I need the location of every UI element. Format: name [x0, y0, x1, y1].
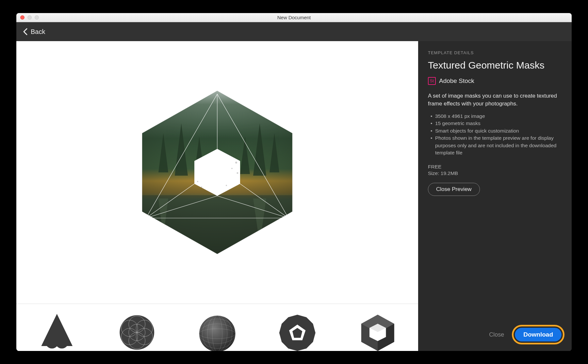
preview-pane [16, 41, 418, 351]
window-controls [16, 15, 39, 20]
close-preview-label: Close Preview [436, 186, 472, 193]
close-preview-button[interactable]: Close Preview [428, 183, 480, 196]
close-button[interactable]: Close [485, 329, 508, 341]
bullet-item: 3508 x 4961 px image [429, 113, 562, 120]
window-minimize-button[interactable] [27, 15, 32, 20]
template-description: A set of image masks you can use to crea… [428, 92, 562, 108]
bullet-item: Smart objects for quick customization [429, 127, 562, 135]
window-maximize-button[interactable] [35, 15, 39, 20]
back-label: Back [31, 28, 45, 36]
bullet-item: 15 geometric masks [429, 120, 562, 127]
back-button[interactable]: Back [23, 28, 45, 36]
thumbnail[interactable] [98, 305, 176, 351]
footer-actions: Close Download [485, 325, 564, 344]
svg-point-17 [197, 181, 198, 182]
svg-point-15 [237, 172, 238, 174]
template-hero-image [132, 87, 302, 257]
new-document-window: New Document Back [16, 13, 572, 351]
content: TEMPLATE DETAILS Textured Geometric Mask… [16, 41, 572, 351]
provider-name: Adobe Stock [439, 77, 474, 85]
mask-cube-hex-icon [346, 310, 410, 351]
toolbar: Back [16, 22, 572, 41]
mask-triangle-drops-icon [25, 310, 89, 351]
size-label: Size: 19.2MB [428, 170, 562, 176]
svg-point-37 [199, 316, 236, 351]
svg-point-18 [201, 186, 202, 188]
provider-row[interactable]: St Adobe Stock [428, 77, 562, 85]
svg-point-28 [51, 329, 62, 340]
svg-point-16 [226, 185, 227, 186]
template-bullets: 3508 x 4961 px image 15 geometric masks … [428, 113, 562, 157]
adobe-stock-icon: St [428, 77, 436, 85]
bullet-item: Photos shown in the template preview are… [429, 135, 562, 156]
svg-rect-9 [132, 195, 302, 257]
mask-sphere-grid-icon [185, 310, 249, 351]
thumbnail[interactable] [18, 305, 96, 351]
main-preview [16, 41, 418, 304]
price-label: FREE [428, 164, 562, 170]
thumbnail-strip [16, 304, 418, 351]
mask-aperture-dodecagon-icon [265, 310, 329, 351]
thumbnail[interactable] [338, 305, 417, 351]
thumbnail[interactable] [258, 305, 337, 351]
download-highlight-ring: Download [512, 325, 564, 344]
window-close-button[interactable] [20, 15, 24, 20]
details-pane: TEMPLATE DETAILS Textured Geometric Mask… [418, 41, 572, 351]
download-button[interactable]: Download [515, 328, 562, 341]
thumbnail[interactable] [178, 305, 256, 351]
template-title: Textured Geometric Masks [428, 60, 562, 71]
download-label: Download [523, 331, 553, 338]
titlebar: New Document [16, 13, 572, 22]
window-title: New Document [16, 15, 572, 20]
svg-point-13 [235, 162, 237, 164]
details-section-label: TEMPLATE DETAILS [428, 50, 562, 55]
mask-circle-floral-icon [105, 310, 169, 351]
svg-point-14 [231, 168, 233, 169]
chevron-left-icon [23, 28, 27, 35]
